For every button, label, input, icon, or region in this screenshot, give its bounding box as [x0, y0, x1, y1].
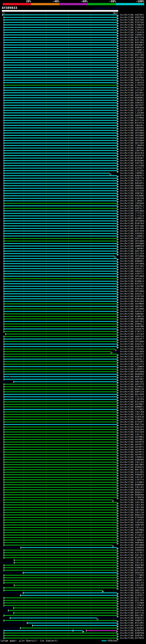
alignment-row[interactable]: UniRef100_A8NSW2 — [0, 313, 146, 315]
subject-label[interactable]: UniRef100_Q6CQM3 — [120, 464, 144, 466]
alignment-row[interactable]: UniRef100_B0DK80 — [0, 494, 146, 496]
alignment-bar[interactable] — [4, 635, 117, 636]
alignment-bar[interactable] — [4, 582, 117, 583]
alignment-row[interactable]: UniRef100_C1BVS9 — [0, 82, 146, 84]
alignment-row[interactable]: UniRef100_A9YZV1 — [0, 624, 146, 627]
alignment-bar[interactable] — [4, 404, 117, 405]
alignment-row[interactable]: UniRef100_A6YM89 — [0, 303, 146, 305]
subject-label[interactable]: UniRef100_C8VN22 — [120, 456, 144, 458]
alignment-bar[interactable] — [4, 464, 117, 465]
alignment-row[interactable]: UniRef100_A8U9P6 — [0, 127, 146, 129]
subject-label[interactable]: UniRef100_C5DWK9 — [120, 366, 144, 368]
subject-label[interactable]: UniRef100_Q4PSL7 — [120, 207, 144, 210]
alignment-bar[interactable] — [4, 248, 117, 249]
subject-label[interactable]: UniRef100_A0FDJ6 — [120, 94, 144, 97]
subject-label[interactable]: UniRef100_Q4GXL3 — [120, 278, 144, 280]
alignment-row[interactable]: UniRef100_UPI000.. — [0, 137, 146, 139]
subject-label[interactable]: UniRef100_A1CZD5 — [120, 471, 144, 474]
alignment-row[interactable]: UniRef100_A6YM83 — [0, 436, 146, 438]
alignment-row[interactable]: UniRef100_UPI000.. — [0, 240, 146, 242]
alignment-bar[interactable] — [4, 462, 117, 462]
subject-label[interactable]: UniRef100_B6AFN8 — [120, 564, 144, 566]
alignment-bar[interactable] — [4, 530, 117, 530]
alignment-row[interactable]: UniRef100_C8CLR6 — [0, 501, 146, 504]
alignment-bar[interactable] — [4, 168, 117, 168]
alignment-bar[interactable] — [4, 434, 117, 435]
alignment-bar[interactable] — [4, 20, 117, 20]
alignment-bar[interactable] — [4, 183, 117, 184]
subject-label[interactable]: UniRef100_A9BKB5 — [120, 566, 144, 569]
alignment-bar[interactable] — [4, 479, 117, 480]
alignment-row[interactable]: UniRef100_A6YM82 — [0, 438, 146, 441]
alignment-row[interactable]: UniRef100_A9RZ45 — [0, 102, 146, 104]
alignment-bar[interactable] — [4, 40, 117, 40]
alignment-bar[interactable] — [27, 622, 117, 624]
alignment-bar[interactable] — [4, 326, 117, 327]
alignment-row[interactable]: UniRef100_Q95PN4 — [0, 76, 146, 79]
alignment-row[interactable]: UniRef100_C0PMC5 — [0, 34, 146, 36]
alignment-bar[interactable] — [4, 467, 117, 468]
subject-label[interactable]: UniRef100_Q6ED36 — [120, 572, 144, 574]
subject-label[interactable]: UniRef100_C5LCL4 — [120, 396, 144, 398]
alignment-bar[interactable] — [4, 389, 117, 390]
subject-label[interactable]: UniRef100_P25998 — [120, 56, 144, 59]
alignment-bar[interactable] — [4, 80, 117, 81]
subject-label[interactable]: UniRef100_C0PT38 — [120, 62, 144, 64]
alignment-row[interactable]: UniRef100_C0SG66 — [0, 521, 146, 524]
alignment-row[interactable]: UniRef100_C0PQ62 — [0, 99, 146, 102]
subject-label[interactable]: UniRef100_B6TGT0 — [120, 36, 144, 39]
alignment-bar[interactable] — [4, 105, 117, 106]
alignment-row[interactable]: UniRef100_C8CLS1 — [0, 433, 146, 436]
alignment-bar[interactable] — [4, 396, 117, 397]
alignment-row[interactable]: UniRef100_A8Q304 — [0, 428, 146, 431]
alignment-row[interactable]: UniRef100_B5FXP9 — [0, 227, 146, 230]
alignment-row[interactable]: UniRef100_A6YM73 — [0, 451, 146, 454]
alignment-bar[interactable] — [4, 236, 117, 236]
subject-label[interactable]: UniRef100_B2YI29 — [120, 119, 144, 122]
subject-label[interactable]: UniRef100_A9RZ45 — [120, 102, 144, 104]
alignment-bar[interactable] — [4, 128, 117, 128]
alignment-row[interactable]: UniRef100_Q4GXL2 — [0, 293, 146, 295]
alignment-bar[interactable] — [4, 474, 117, 475]
alignment-bar[interactable] — [4, 348, 115, 350]
alignment-bar[interactable] — [4, 570, 117, 571]
alignment-row[interactable]: UniRef100_Q5BZD1 — [0, 617, 146, 619]
subject-label[interactable]: UniRef100_B6K247 — [120, 376, 144, 378]
alignment-bar[interactable] — [4, 195, 117, 196]
subject-label[interactable]: UniRef100_Q6RYS3 — [120, 335, 144, 338]
alignment-row[interactable]: UniRef100_A0D0E8 — [0, 549, 146, 552]
alignment-row[interactable]: UniRef100_B4IZC2 — [0, 282, 146, 285]
subject-label[interactable]: UniRef100_B5SXM2 — [120, 622, 144, 624]
alignment-row[interactable]: UniRef100_C6TMR0 — [0, 117, 146, 119]
subject-label[interactable]: UniRef100_A4RVW0 — [120, 318, 144, 320]
alignment-bar[interactable] — [4, 180, 117, 181]
alignment-row[interactable]: UniRef100_B5KFK9 — [0, 222, 146, 225]
subject-label[interactable]: UniRef100_Q6C0H1 — [120, 305, 144, 308]
alignment-row[interactable]: UniRef100_B6HMI5 — [0, 579, 146, 582]
alignment-bar[interactable] — [4, 54, 117, 56]
subject-label[interactable]: UniRef100_A8X079 — [120, 328, 144, 330]
alignment-row[interactable]: UniRef100_B0VZP3 — [0, 353, 146, 356]
alignment-bar[interactable] — [4, 384, 117, 385]
alignment-bar[interactable] — [4, 50, 117, 50]
alignment-row[interactable]: UniRef100_B4N386 — [0, 298, 146, 300]
alignment-row[interactable]: UniRef100_C6TDL5 — [0, 74, 146, 76]
alignment-row[interactable]: UniRef100_A9BKB5 — [0, 566, 146, 569]
alignment-row[interactable]: UniRef100_UPI000.. — [0, 107, 146, 109]
alignment-bar[interactable] — [4, 115, 117, 116]
subject-label[interactable]: UniRef100_B6TIQ9 — [120, 54, 144, 56]
alignment-bar[interactable] — [4, 351, 111, 352]
alignment-bar[interactable] — [4, 107, 117, 108]
alignment-bar[interactable] — [4, 540, 117, 540]
alignment-row[interactable]: UniRef100_Q9XFV0 — [0, 16, 146, 19]
subject-label[interactable]: UniRef100_Q4UIP3 — [120, 426, 144, 428]
alignment-bar[interactable] — [4, 484, 117, 485]
alignment-bar[interactable] — [4, 90, 117, 91]
alignment-row[interactable]: UniRef100_A7TQR3 — [0, 408, 146, 411]
alignment-row[interactable]: UniRef100_C0H748 — [0, 150, 146, 152]
alignment-bar[interactable] — [4, 356, 117, 357]
alignment-bar[interactable] — [4, 170, 117, 171]
alignment-row[interactable]: UniRef100_Q56FH5 — [0, 346, 146, 348]
alignment-row[interactable]: UniRef100_Q4DPQ8 — [0, 632, 146, 634]
alignment-bar[interactable] — [4, 65, 117, 66]
